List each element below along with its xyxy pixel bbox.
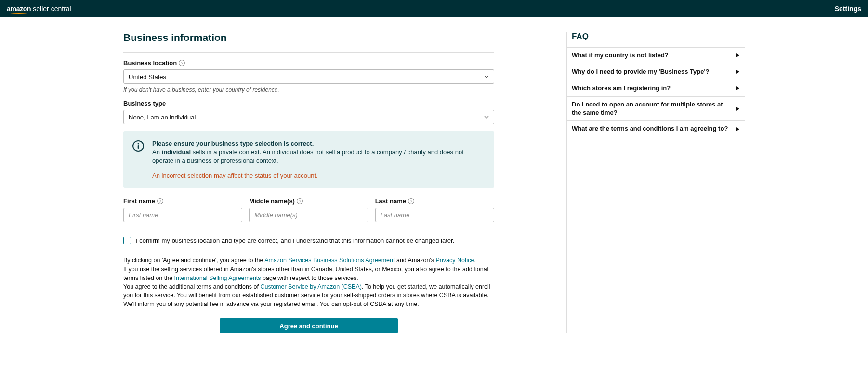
confirm-checkbox-label: I confirm my business location and type … [136,237,454,244]
select-value: None, I am an individual [129,114,196,121]
info-body-prefix: An [152,148,162,156]
info-warning: An incorrect selection may affect the st… [152,172,486,179]
confirm-checkbox-row: I confirm my business location and type … [123,237,494,244]
link-csba[interactable]: Customer Service by Amazon (CSBA) [260,283,362,290]
faq-title: FAQ [567,32,745,47]
triangle-right-icon [736,127,740,132]
page-title: Business information [123,32,494,53]
agree-and-continue-button[interactable]: Agree and continue [220,318,398,333]
help-icon[interactable]: ? [297,198,303,204]
business-type-field: Business type None, I am an individual [123,100,494,124]
amazon-seller-central-logo[interactable]: amazon seller central [7,5,71,13]
business-location-field: Business location ? United States If you… [123,59,494,93]
chevron-down-icon [484,74,489,79]
triangle-right-icon [736,53,740,58]
faq-question: What if my country is not listed? [572,52,669,60]
middle-name-label: Middle name(s) ? [249,198,368,205]
first-name-label: First name ? [123,198,242,205]
legal-p1a: By clicking on 'Agree and continue', you… [123,257,264,264]
link-intl-selling-agreements[interactable]: International Selling Agreements [174,275,261,281]
faq-question: Do I need to open an account for multipl… [572,101,731,117]
top-header: amazon seller central Settings [0,0,868,17]
legal-p2b: page with respect to those services. [261,275,358,281]
business-type-select[interactable]: None, I am an individual [123,110,494,124]
main-column: Business information Business location ?… [123,32,494,333]
faq-question: What are the terms and conditions I am a… [572,125,728,133]
label-text: First name [123,198,155,205]
last-name-input[interactable] [375,208,494,222]
faq-question: Which stores am I registering in? [572,84,671,93]
select-value: United States [129,73,166,80]
svg-rect-2 [138,145,139,149]
legal-text: By clicking on 'Agree and continue', you… [123,256,494,308]
info-body: An individual sells in a private context… [152,148,486,165]
logo-seller-central-text: seller central [33,5,71,13]
last-name-field: Last name ? [375,198,494,222]
faq-item[interactable]: What are the terms and conditions I am a… [567,120,745,137]
info-box: Please ensure your business type selecti… [123,131,494,188]
faq-item[interactable]: Which stores am I registering in? [567,80,745,96]
confirm-checkbox[interactable] [123,237,131,244]
middle-name-input[interactable] [249,208,368,222]
settings-link[interactable]: Settings [835,5,861,13]
middle-name-field: Middle name(s) ? [249,198,368,222]
logo-amazon-text: amazon [7,5,31,13]
triangle-right-icon [736,86,740,91]
help-icon[interactable]: ? [157,198,163,204]
link-business-solutions-agreement[interactable]: Amazon Services Business Solutions Agree… [264,257,395,264]
chevron-down-icon [484,115,489,119]
faq-item[interactable]: What if my country is not listed? [567,47,745,64]
faq-question: Why do I need to provide my 'Business Ty… [572,68,710,76]
label-text: Business type [123,100,166,107]
last-name-label: Last name ? [375,198,494,205]
first-name-field: First name ? [123,198,242,222]
link-privacy-notice[interactable]: Privacy Notice [436,257,474,264]
help-icon[interactable]: ? [179,60,185,66]
business-location-hint: If you don't have a business, enter your… [123,86,494,93]
info-title: Please ensure your business type selecti… [152,140,486,147]
label-text: Middle name(s) [249,198,295,205]
info-body-suffix: sells in a private context. An individua… [152,148,464,164]
legal-p1b: and Amazon's [395,257,435,264]
label-text: Business location [123,59,177,66]
label-text: Last name [375,198,406,205]
help-icon[interactable]: ? [408,198,414,204]
first-name-input[interactable] [123,208,242,222]
info-icon [132,140,145,154]
faq-column: FAQ What if my country is not listed? Wh… [566,32,745,333]
triangle-right-icon [736,106,740,111]
info-body-bold: individual [162,148,191,156]
cta-wrap: Agree and continue [123,318,494,333]
triangle-right-icon [736,69,740,74]
business-location-label: Business location ? [123,59,494,66]
business-location-select[interactable]: United States [123,69,494,84]
faq-item[interactable]: Do I need to open an account for multipl… [567,96,745,121]
svg-point-1 [138,143,139,145]
business-type-label: Business type [123,100,494,107]
legal-p1c: . [474,257,475,264]
legal-p3a: You agree to the additional terms and co… [123,283,260,290]
name-row: First name ? Middle name(s) ? Last name … [123,198,494,222]
page-body: Business information Business location ?… [0,17,868,362]
faq-item[interactable]: Why do I need to provide my 'Business Ty… [567,64,745,80]
